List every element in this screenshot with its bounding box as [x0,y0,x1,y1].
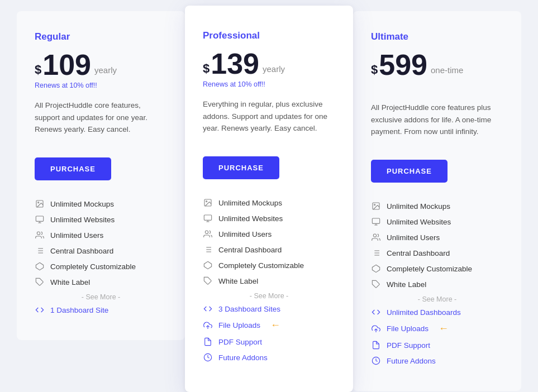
plan-desc-professional: Everything in regular, plus exclusive ad… [203,98,335,143]
feature-label: Completely Customizable [387,265,472,273]
feature-label: Unlimited Mockups [218,199,282,207]
file-icon [371,340,381,350]
list-item: Unlimited Dashboards [371,304,503,320]
feature-label: Completely Customizable [50,262,136,271]
svg-point-35 [373,234,376,237]
feature-label: Unlimited Mockups [50,200,114,208]
svg-rect-2 [36,216,43,221]
monitor-icon [35,214,45,224]
svg-marker-12 [36,262,43,270]
tag-icon [35,277,45,287]
purchase-button-ultimate[interactable]: PURCHASE [371,160,447,183]
users-icon [203,229,213,239]
see-more-ultimate: - See More - [371,292,503,304]
price-period-ultimate: one-time [431,65,463,75]
feature-label: White Label [50,278,90,286]
plan-price-row-regular: $ 109 yearly [35,50,167,79]
see-more-regular: - See More - [35,290,167,302]
feature-list-ultimate: Unlimited Mockups Unlimited Websites Unl… [371,198,503,292]
feature-label: File Uploads [387,324,429,333]
list-item: Unlimited Users [35,227,167,243]
purchase-button-professional[interactable]: PURCHASE [203,156,279,179]
list-item: Central Dashboard [35,243,167,259]
upload-icon [203,321,213,331]
feature-label: White Label [387,280,426,289]
plan-name-professional: Professional [203,30,335,41]
list-item: Unlimited Users [203,226,335,242]
list-icon [35,246,45,256]
arrow-indicator: ← [270,319,280,331]
monitor-icon [371,217,381,227]
feature-label: Unlimited Dashboards [387,308,461,317]
list-item: File Uploads ← [371,320,503,337]
feature-label: Future Addons [387,357,436,365]
clock-icon [203,352,213,362]
feature-list-professional: Unlimited Mockups Unlimited Websites Unl… [203,195,335,289]
feature-label: Unlimited Users [218,230,272,238]
price-number-regular: 109 [42,50,91,79]
list-item: White Label [203,273,335,289]
image-icon [35,199,45,209]
list-item: Future Addons [371,353,503,369]
clock-icon [371,356,381,366]
see-more-professional: - See More - [203,289,335,301]
code-icon [371,307,381,317]
list-item: Central Dashboard [371,245,503,261]
image-icon [371,201,381,211]
feature-label: PDF Support [387,341,430,350]
price-number-professional: 139 [211,49,259,78]
list-item: PDF Support [371,337,503,353]
price-dollar-professional: $ [203,63,210,75]
list-item: Completely Customizable [371,261,503,276]
svg-point-15 [206,201,207,202]
svg-rect-16 [204,215,211,220]
plan-desc-ultimate: All ProjectHuddle core features plus exc… [371,102,503,146]
list-icon [203,245,213,255]
feature-list-extra-professional: 3 Dashboard Sites File Uploads ← PDF Sup… [203,301,335,365]
feature-label: Unlimited Mockups [387,202,450,211]
list-item: Completely Customizable [203,257,335,273]
tag-icon [371,279,381,289]
pricing-container: Regular $ 109 yearly Renews at 10% off!!… [0,0,538,392]
plan-name-regular: Regular [35,31,167,42]
monitor-icon [203,213,213,223]
plan-card-regular: Regular $ 109 yearly Renews at 10% off!!… [17,11,185,340]
feature-label: Future Addons [218,353,268,362]
plan-card-professional: Professional $ 139 yearly Renews at 10% … [185,6,353,392]
feature-label: PDF Support [218,338,262,346]
svg-point-31 [374,204,375,205]
price-period-professional: yearly [263,64,285,74]
list-item: White Label [35,274,167,290]
list-item: Unlimited Mockups [203,195,335,211]
list-item: Unlimited Websites [203,211,335,226]
code-icon [35,305,45,315]
list-item: 3 Dashboard Sites [203,301,335,317]
feature-label: 1 Dashboard Site [50,306,108,314]
svg-point-19 [205,231,208,233]
price-number-ultimate: 599 [379,50,427,79]
feature-label: File Uploads [218,321,260,329]
list-item: White Label [371,276,503,292]
plan-renews-regular: Renews at 10% off!! [35,82,167,89]
diamond-icon [35,261,45,271]
feature-label: Central Dashboard [387,249,450,257]
file-icon [203,337,213,347]
price-dollar-ultimate: $ [371,64,378,76]
list-item: Completely Customizable [35,259,167,274]
svg-rect-32 [372,218,379,223]
plan-renews-ultimate [371,82,503,92]
code-icon [203,304,213,314]
purchase-button-regular[interactable]: PURCHASE [35,157,111,180]
svg-marker-42 [372,265,379,272]
feature-list-extra-regular: 1 Dashboard Site [35,302,167,318]
list-item: Unlimited Websites [371,214,503,230]
feature-label: Unlimited Websites [50,216,115,224]
plan-price-row-ultimate: $ 599 one-time [371,50,503,79]
feature-label: White Label [218,277,258,285]
price-dollar-regular: $ [35,64,41,76]
users-icon [371,232,381,242]
list-item: PDF Support [203,334,335,350]
svg-point-1 [38,202,39,203]
list-icon [371,248,381,258]
plan-price-row-professional: $ 139 yearly [203,49,335,78]
